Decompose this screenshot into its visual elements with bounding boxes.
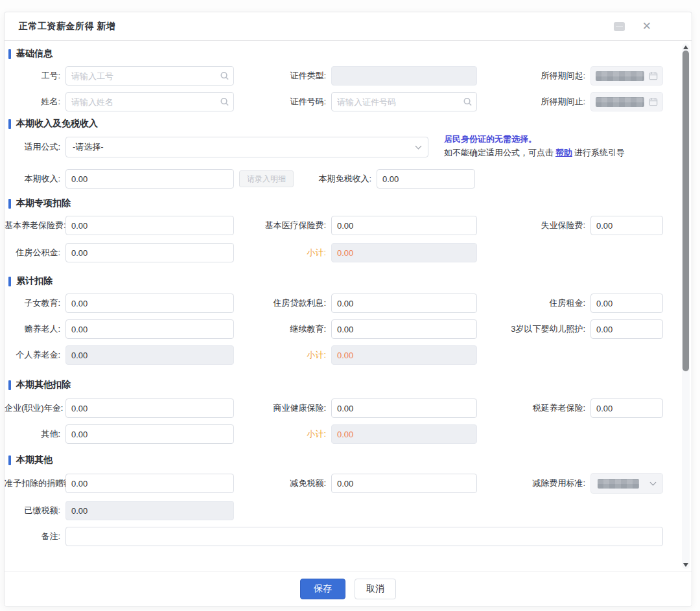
- section-title: 本期其他扣除: [16, 379, 71, 391]
- dialog-title: 正常工资薪金所得 新增: [19, 21, 115, 32]
- unemployment-label: 失业保险费:: [477, 220, 590, 231]
- formula-label: 适用公式:: [5, 137, 65, 157]
- current-income-input[interactable]: [65, 169, 234, 189]
- tax-free-income-input[interactable]: [377, 169, 475, 189]
- help-link[interactable]: 帮助: [555, 148, 572, 157]
- commercial-health-label: 商业健康保险:: [234, 402, 331, 414]
- chevron-down-icon: [650, 479, 657, 486]
- section-bar: [8, 380, 11, 390]
- search-icon[interactable]: [220, 97, 229, 107]
- cancel-button[interactable]: 取消: [355, 579, 396, 599]
- basic-row-1: 工号: 证件类型: 所得期间起:: [5, 65, 692, 86]
- current-income-label: 本期收入:: [5, 173, 65, 185]
- infant-care-input[interactable]: [590, 319, 663, 339]
- deferred-pension-label: 税延养老保险:: [477, 402, 590, 414]
- tax-reduction-label: 减免税额:: [234, 478, 331, 489]
- housing-rent-input[interactable]: [590, 294, 663, 313]
- id-number-field: [331, 92, 477, 111]
- unemployment-input[interactable]: [590, 216, 663, 235]
- scroll-up-icon[interactable]: [683, 43, 688, 49]
- salary-add-dialog: 正常工资薪金所得 新增 ✕ 基础信息 工号: 证件类型: 所得期间起:: [4, 12, 692, 606]
- annuity-input[interactable]: [65, 398, 234, 418]
- remark-input[interactable]: [65, 527, 663, 546]
- maximize-icon[interactable]: [614, 22, 625, 31]
- id-type-input: [331, 66, 477, 86]
- redacted-value: [596, 97, 644, 107]
- section-title: 基础信息: [16, 48, 52, 60]
- cumulative-subtotal-input: [331, 345, 477, 365]
- cumulative-row-2: 赡养老人: 继续教育: 3岁以下婴幼儿照护:: [5, 319, 692, 340]
- cumulative-row-3: 个人养老金: 小计:: [5, 345, 692, 365]
- mortgage-interest-label: 住房贷款利息:: [234, 297, 331, 309]
- pension-input[interactable]: [65, 216, 234, 235]
- redacted-value: [596, 71, 644, 81]
- deferred-pension-input[interactable]: [590, 398, 663, 418]
- name-input[interactable]: [65, 92, 234, 111]
- donation-input[interactable]: [65, 474, 234, 493]
- section-bar: [8, 119, 11, 129]
- other-input[interactable]: [65, 424, 234, 444]
- children-education-input[interactable]: [65, 294, 234, 313]
- close-icon[interactable]: ✕: [642, 21, 651, 32]
- period-start-input[interactable]: [590, 66, 663, 86]
- formula-selected-value: -请选择-: [73, 141, 104, 153]
- commercial-health-input[interactable]: [331, 398, 477, 418]
- scrollbar-thumb[interactable]: [682, 51, 689, 371]
- subtotal-label: 小计:: [234, 428, 331, 440]
- section-other-deduction: 本期其他扣除: [8, 378, 692, 391]
- vertical-scrollbar[interactable]: [682, 43, 690, 569]
- employee-id-label: 工号:: [5, 70, 65, 82]
- id-number-input[interactable]: [331, 92, 477, 111]
- section-title: 本期专项扣除: [16, 198, 71, 209]
- section-bar: [8, 455, 11, 465]
- special-subtotal-input: [331, 243, 477, 262]
- period-end-input[interactable]: [590, 92, 663, 111]
- employee-id-field: [65, 66, 234, 86]
- housing-fund-input[interactable]: [65, 243, 234, 262]
- housing-fund-label: 住房公积金:: [5, 247, 65, 259]
- deduction-standard-select[interactable]: [590, 473, 663, 494]
- remark-row: 备注:: [5, 526, 692, 547]
- deduction-standard-label: 减除费用标准:: [477, 478, 590, 489]
- paid-tax-label: 已缴税额:: [5, 505, 65, 516]
- search-icon[interactable]: [463, 97, 472, 107]
- pension-label: 基本养老保险费:: [5, 220, 65, 231]
- infant-care-label: 3岁以下婴幼儿照护:: [477, 323, 590, 335]
- dialog-footer: 保存 取消: [5, 571, 692, 606]
- section-special-deduction: 本期专项扣除: [8, 197, 692, 210]
- children-education-label: 子女教育:: [5, 297, 65, 309]
- continuing-education-label: 继续教育:: [234, 323, 331, 335]
- annuity-label: 企业(职业)年金:: [5, 402, 65, 414]
- other-deduction-row-1: 企业(职业)年金: 商业健康保险: 税延养老保险:: [5, 398, 692, 419]
- employee-id-input[interactable]: [65, 66, 234, 86]
- formula-select[interactable]: -请选择-: [65, 137, 428, 157]
- medical-label: 基本医疗保险费:: [234, 220, 331, 231]
- save-button[interactable]: 保存: [300, 579, 345, 599]
- medical-input[interactable]: [331, 216, 477, 235]
- basic-row-2: 姓名: 证件号码: 所得期间止:: [5, 91, 692, 112]
- search-icon[interactable]: [220, 71, 229, 81]
- section-other: 本期其他: [8, 454, 692, 467]
- mortgage-interest-input[interactable]: [331, 294, 477, 313]
- period-start-label: 所得期间起:: [477, 70, 590, 82]
- other-row-2: 已缴税额:: [5, 500, 692, 521]
- personal-pension-input: [65, 345, 234, 365]
- special-row-2: 住房公积金: 小计:: [5, 242, 692, 263]
- continuing-education-input[interactable]: [331, 319, 477, 339]
- housing-rent-label: 住房租金:: [477, 297, 590, 309]
- enter-detail-button[interactable]: 请录入明细: [239, 170, 294, 187]
- section-title: 本期其他: [16, 454, 52, 466]
- tax-reduction-input[interactable]: [331, 474, 477, 493]
- hint-line1: 居民身份证的无需选择。: [444, 132, 692, 146]
- section-title: 本期收入及免税收入: [16, 118, 98, 130]
- name-label: 姓名:: [5, 96, 65, 108]
- section-bar: [8, 277, 11, 286]
- elderly-support-input[interactable]: [65, 319, 234, 339]
- other-label: 其他:: [5, 428, 65, 440]
- remark-label: 备注:: [5, 531, 65, 542]
- scroll-down-icon[interactable]: [683, 563, 688, 570]
- dialog-header: 正常工资薪金所得 新增 ✕: [5, 12, 692, 41]
- tax-free-income-label: 本期免税收入:: [294, 173, 377, 185]
- id-type-label: 证件类型:: [234, 70, 331, 82]
- redacted-value: [598, 479, 639, 489]
